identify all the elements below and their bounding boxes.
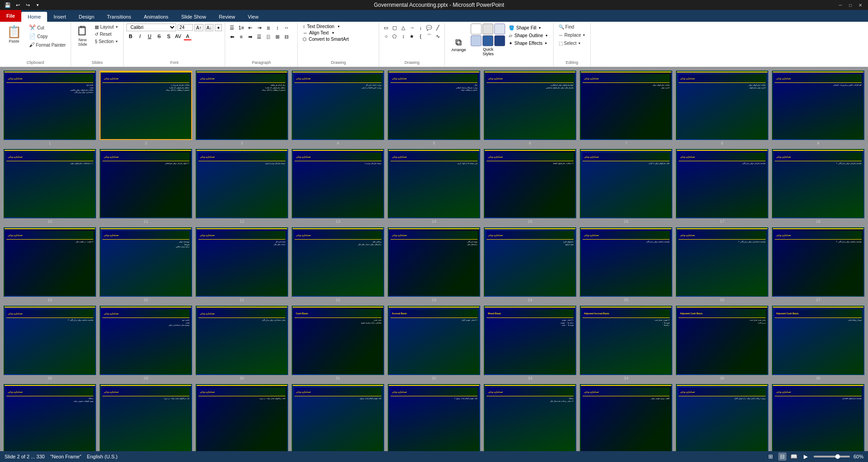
slide-thumb[interactable]: حسابداری دولتیکلیه الزامات قانونی و ضرور… xyxy=(772,71,864,140)
tab-file[interactable]: File xyxy=(0,10,21,22)
slide-thumb[interactable]: حسابداری دولتیمقایسه سازمان دولتی و بازر… xyxy=(772,149,864,218)
font-color-button[interactable]: A xyxy=(183,32,192,40)
format-painter-button[interactable]: 🖌 Format Painter xyxy=(27,41,68,49)
shadow-button[interactable]: S xyxy=(164,32,173,40)
shape-arrow-r[interactable]: → xyxy=(408,24,416,32)
slide-thumb[interactable]: حسابداری دولتیتکلیف: روش تعهدی دولتی xyxy=(580,384,672,451)
save-button[interactable]: 💾 xyxy=(4,1,12,9)
reset-button[interactable]: ↺ Reset xyxy=(92,31,121,38)
slide-thumb[interactable]: حسابداری دولتیمقایسه سازمانهای اقتصادی xyxy=(772,384,864,451)
qs-swatch-2[interactable] xyxy=(482,24,493,34)
paste-button[interactable]: 📋 Paste xyxy=(3,24,25,45)
slide-thumb[interactable]: Adjusted Cash Basisنمودار روابط مبانی xyxy=(772,306,864,375)
slide-thumb[interactable]: حسابداری دولتیروش: دریافت نقدی دولت را ب… xyxy=(676,384,768,451)
tab-review[interactable]: Review xyxy=(212,12,241,22)
convert-smartart-button[interactable]: ⬡ Convert to SmartArt xyxy=(300,36,376,42)
slide-thumb[interactable]: Mixed Basis۳-۱ مبانی تعهدیدرآمد ها → تعه… xyxy=(484,306,576,375)
new-slide-button[interactable]: 🗒 NewSlide xyxy=(74,24,91,48)
slide-thumb[interactable]: حسابداری دولتیشناخت سازمانهای دولتیاداری… xyxy=(676,71,768,140)
slide-thumb[interactable]: حسابداری دولتیمسأله:وجود یکنواخت عمومی د… xyxy=(4,384,96,451)
slide-thumb[interactable]: Adjusted Cash Basisمبانی نقدی تعدیل شدهب… xyxy=(676,306,768,375)
align-right-button[interactable]: ➡ xyxy=(246,33,254,41)
text-direction-button[interactable]: ↕ Text Direction ▼ xyxy=(300,24,376,29)
tab-view[interactable]: View xyxy=(241,12,265,22)
font-size-input[interactable] xyxy=(178,24,193,31)
slide-thumb[interactable]: حسابداری دولتیمبانی حسابداری دولتی و باز… xyxy=(196,306,288,375)
tab-home[interactable]: Home xyxy=(21,12,47,22)
tab-design[interactable]: Design xyxy=(72,12,101,22)
align-left-button[interactable]: ⬅ xyxy=(228,33,236,41)
slide-thumb[interactable]: حسابداری دولتیشناخت سازمانهای دولتیاداری… xyxy=(580,71,672,140)
slide-thumb[interactable]: حسابداری دولتیمسأله:۱-۲ مبانی پرداخت شده… xyxy=(484,384,576,451)
clear-format-button[interactable]: ✦ xyxy=(215,24,222,31)
columns-button[interactable]: ⫼ xyxy=(264,24,272,32)
tab-animations[interactable]: Animations xyxy=(137,12,174,22)
indent-less-button[interactable]: ⇤ xyxy=(246,24,254,32)
shape-rect[interactable]: ▭ xyxy=(382,24,390,32)
tab-transitions[interactable]: Transitions xyxy=(101,12,137,22)
slide-thumb[interactable]: حسابداری دولتیخزانه‌داری کلحساب های مالی xyxy=(196,227,288,297)
zoom-thumb[interactable] xyxy=(835,454,840,459)
shape-tri[interactable]: △ xyxy=(399,24,407,32)
slide-thumb[interactable]: حسابداری دولتیمقایسه حسابداری دولتی و با… xyxy=(676,227,768,297)
slide-thumb[interactable]: حسابداری دولتیمقایسه سازمان دولتی و بازر… xyxy=(676,149,768,218)
close-button[interactable]: ✕ xyxy=(856,2,864,8)
italic-button[interactable]: I xyxy=(136,32,144,40)
p7[interactable]: ⊟ xyxy=(282,33,290,41)
shape-line[interactable]: ╱ xyxy=(434,24,442,32)
slide-thumb[interactable]: حسابداری دولتیدوسته سازمانی بودیم ۲ xyxy=(292,149,384,218)
undo-button[interactable]: ↩ xyxy=(14,1,22,9)
slide-thumb[interactable]: حسابداری دولتیمثال:وزارت فرهنگ و ارشاد ا… xyxy=(388,71,480,140)
cut-button[interactable]: ✂️ Cut xyxy=(27,24,68,32)
slide-thumb[interactable]: حسابداری دولتیپرداختی مالیدرآمدهای دولتی… xyxy=(292,227,384,297)
tab-slideshow[interactable]: Slide Show xyxy=(175,12,212,22)
align-center-button[interactable]: ≡ xyxy=(237,33,245,41)
shape-curve[interactable]: ∿ xyxy=(434,32,442,40)
layout-button[interactable]: ▦ Layout ▼ xyxy=(92,24,121,30)
slide-thumb[interactable]: حسابداری دولتیموسه بازرگانیدرآمدهای مالی xyxy=(388,227,480,297)
normal-view-button[interactable]: ⊞ xyxy=(767,452,775,461)
slide-thumb[interactable]: Accrual Basis۲-۱ مبانی تعهدی کامل xyxy=(388,306,480,375)
slide-thumb[interactable]: Cash Basisمبانی نقدیشناسایی درآمد و هزین… xyxy=(292,306,384,375)
decrease-font-button[interactable]: A↓ xyxy=(205,24,214,31)
restore-button[interactable]: □ xyxy=(846,2,854,8)
qs-swatch-3[interactable] xyxy=(494,24,505,34)
slide-thumb[interactable]: حسابداری دولتیمقایسه محاسبه دولتی و بازر… xyxy=(4,306,96,375)
slideshow-view-button[interactable]: ▶ xyxy=(802,452,810,461)
slide-thumb[interactable]: حسابداری دولتیبرای اجرای هر وظیفهتشکیل س… xyxy=(196,71,288,140)
qat-dropdown[interactable]: ▼ xyxy=(34,1,42,9)
find-button[interactable]: 🔍 Find xyxy=(556,24,588,30)
shape-rounded-rect[interactable]: ▢ xyxy=(391,24,399,32)
slide-thumb[interactable]: حسابداری دولتی۳- تفاوت در ماهیت مالی xyxy=(4,227,96,297)
underline-button[interactable]: U xyxy=(145,32,154,40)
rtl-button[interactable]: ↔ xyxy=(282,24,290,32)
slide-thumb[interactable]: حسابداری دولتینکته: تعهدی اصلاح شده رسول xyxy=(292,384,384,451)
slide-thumb[interactable]: حسابداری دولتینکته: تعهدی اصلاح شده رسول… xyxy=(388,384,480,451)
slide-thumb[interactable]: حسابداری دولتیداراییهای جاریجمع داراییها xyxy=(484,227,576,297)
zoom-slider[interactable] xyxy=(814,456,850,457)
shape-effects-button[interactable]: ✦ Shape Effects ▼ xyxy=(506,40,550,47)
replace-button[interactable]: ↔ Replace ▼ xyxy=(556,32,588,38)
shape-star[interactable]: ★ xyxy=(408,32,416,40)
slide-thumb[interactable]: حسابداری دولتیجلسه دومهدف:توضیح مبانی حس… xyxy=(100,306,192,375)
align-text-button[interactable]: ↔ Align Text ▼ xyxy=(300,30,376,36)
shape-arrow-d[interactable]: ↓ xyxy=(416,24,424,32)
strikethrough-button[interactable]: S xyxy=(155,32,163,40)
shape-brace[interactable]: { xyxy=(416,32,424,40)
char-spacing-button[interactable]: AV xyxy=(174,32,182,40)
redo-button[interactable]: ↪ xyxy=(24,1,32,9)
qs-swatch-6[interactable] xyxy=(494,35,505,46)
shape-pentagon[interactable]: ⬠ xyxy=(391,32,399,40)
p5[interactable]: ⌹ xyxy=(264,33,272,41)
qs-swatch-4[interactable] xyxy=(471,35,482,46)
slide-thumb[interactable]: Adjusted Accrual Basis۳- تعهدی تعدیل شده… xyxy=(580,306,672,375)
shape-callout[interactable]: 💬 xyxy=(425,24,433,32)
copy-button[interactable]: 📄 Copy xyxy=(27,32,68,40)
bullets-button[interactable]: ☰ xyxy=(228,24,236,32)
slide-sorter-button[interactable]: ⊟ xyxy=(778,452,786,461)
bold-button[interactable]: B xyxy=(126,32,135,40)
slide-thumb[interactable]: حسابداری دولتی۱-۲ شناخت سازمانهای اقتصاد xyxy=(484,149,576,218)
arrange-button[interactable]: ⧉ Arrange xyxy=(448,24,469,66)
indent-more-button[interactable]: ⇥ xyxy=(255,24,263,32)
shape-arc[interactable]: ⌒ xyxy=(425,32,433,40)
